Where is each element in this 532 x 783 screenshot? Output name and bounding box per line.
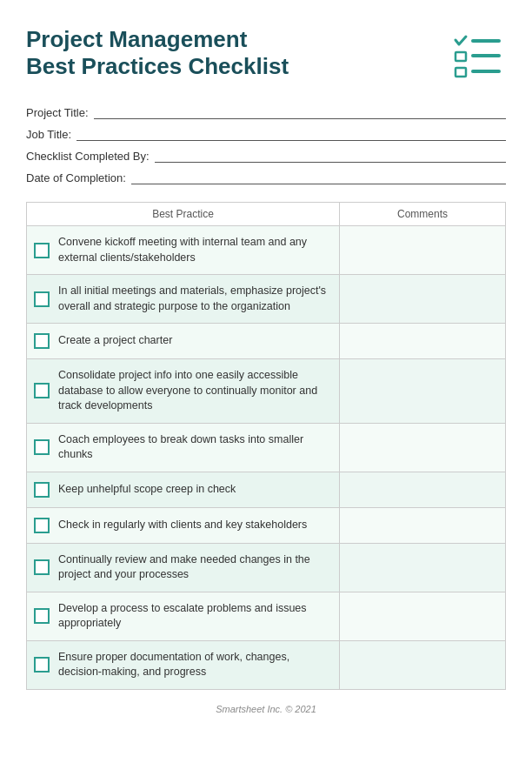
cell-practice: Check in regularly with clients and key …: [27, 508, 340, 543]
date-field: Date of Completion:: [26, 171, 506, 184]
table-row: Check in regularly with clients and key …: [27, 507, 505, 543]
job-title-underline: [76, 129, 506, 141]
table-row: Coach employees to break down tasks into…: [27, 423, 505, 472]
date-underline: [131, 172, 506, 184]
cell-practice: In all initial meetings and materials, e…: [27, 275, 340, 323]
cell-practice: Consolidate project info into one easily…: [27, 359, 340, 423]
cell-practice: Coach employees to break down tasks into…: [27, 424, 340, 472]
page-title: Project Management Best Practices Checkl…: [26, 26, 289, 80]
col-header-practice: Best Practice: [27, 203, 340, 225]
project-title-label: Project Title:: [26, 106, 89, 119]
table-row: In all initial meetings and materials, e…: [27, 274, 505, 323]
cell-practice: Ensure proper documentation of work, cha…: [27, 641, 340, 689]
job-title-label: Job Title:: [26, 128, 71, 141]
cell-comments[interactable]: [340, 359, 505, 423]
checkbox[interactable]: [34, 439, 50, 455]
svg-rect-4: [471, 70, 501, 73]
cell-comments[interactable]: [340, 544, 505, 592]
cell-comments[interactable]: [340, 641, 505, 689]
practice-text: Check in regularly with clients and key …: [58, 518, 307, 533]
checkbox[interactable]: [34, 608, 50, 624]
checkbox[interactable]: [34, 657, 50, 673]
checklist-table: Best Practice Comments Convene kickoff m…: [26, 202, 506, 690]
checkbox[interactable]: [34, 559, 50, 575]
project-title-field: Project Title:: [26, 106, 506, 119]
table-row: Create a project charter: [27, 323, 505, 358]
col-header-comments: Comments: [340, 203, 505, 225]
checkbox[interactable]: [34, 291, 50, 307]
table-row: Convene kickoff meeting with internal te…: [27, 225, 505, 274]
cell-comments[interactable]: [340, 592, 505, 640]
table-header: Best Practice Comments: [27, 203, 505, 225]
practice-text: In all initial meetings and materials, e…: [58, 284, 332, 314]
table-row: Continually review and make needed chang…: [27, 543, 505, 592]
checkbox[interactable]: [34, 243, 50, 258]
header-icon-area: [450, 26, 506, 85]
cell-comments[interactable]: [340, 424, 505, 472]
checklist-completed-underline: [155, 151, 506, 163]
checklist-icon: [450, 30, 506, 85]
checkbox[interactable]: [34, 383, 50, 398]
practice-text: Ensure proper documentation of work, cha…: [58, 650, 332, 680]
cell-comments[interactable]: [340, 324, 505, 358]
checklist-completed-field: Checklist Completed By:: [26, 150, 506, 163]
cell-practice: Convene kickoff meeting with internal te…: [27, 226, 340, 274]
cell-practice: Create a project charter: [27, 324, 340, 358]
date-label: Date of Completion:: [26, 171, 126, 184]
project-title-underline: [94, 107, 506, 119]
practice-text: Continually review and make needed chang…: [58, 552, 332, 583]
table-row: Develop a process to escalate problems a…: [27, 592, 505, 640]
cell-comments[interactable]: [340, 275, 505, 323]
checkbox[interactable]: [34, 482, 50, 498]
cell-practice: Develop a process to escalate problems a…: [27, 592, 340, 640]
cell-practice: Continually review and make needed chang…: [27, 544, 340, 592]
practice-text: Consolidate project info into one easily…: [58, 368, 332, 414]
checkbox[interactable]: [34, 333, 50, 349]
cell-comments[interactable]: [340, 472, 505, 507]
table-row: Ensure proper documentation of work, cha…: [27, 640, 505, 689]
practice-text: Convene kickoff meeting with internal te…: [58, 235, 332, 265]
svg-rect-1: [456, 52, 466, 61]
practice-text: Coach employees to break down tasks into…: [58, 432, 332, 463]
practice-text: Create a project charter: [58, 333, 172, 349]
cell-comments[interactable]: [340, 226, 505, 274]
footer: Smartsheet Inc. © 2021: [26, 704, 506, 714]
form-fields: Project Title: Job Title: Checklist Comp…: [26, 106, 506, 184]
page-header: Project Management Best Practices Checkl…: [26, 26, 506, 85]
job-title-field: Job Title:: [26, 128, 506, 141]
svg-rect-2: [471, 54, 501, 57]
cell-comments[interactable]: [340, 508, 505, 543]
cell-practice: Keep unhelpful scope creep in check: [27, 472, 340, 507]
svg-rect-0: [471, 39, 501, 43]
table-row: Consolidate project info into one easily…: [27, 358, 505, 423]
table-row: Keep unhelpful scope creep in check: [27, 472, 505, 507]
checkbox[interactable]: [34, 518, 50, 533]
svg-rect-3: [456, 68, 466, 77]
practice-text: Develop a process to escalate problems a…: [58, 601, 332, 632]
practice-text: Keep unhelpful scope creep in check: [58, 482, 236, 498]
checklist-completed-label: Checklist Completed By:: [26, 150, 150, 163]
